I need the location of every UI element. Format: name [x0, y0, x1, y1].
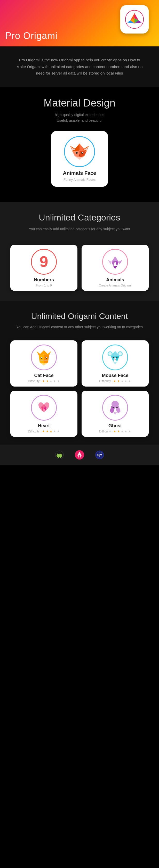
cat-difficulty-label: Difficulty : [28, 379, 41, 383]
unlimited-categories-desc: You can easily add unlimited categoris f… [5, 226, 154, 232]
svg-point-18 [77, 152, 77, 153]
numbers-card-subtitle: From 1 to 9 [15, 284, 73, 287]
ghost-star-4: ★ [125, 430, 127, 433]
svg-rect-67 [56, 455, 58, 456]
ghost-card: Ghost Difficulty : ★ ★ ★ ★ ★ [82, 391, 149, 437]
mouse-face-circle [102, 344, 128, 370]
ghost-circle [102, 395, 128, 421]
gdpr-icon: GDPR [95, 450, 104, 460]
ghost-title: Ghost [86, 423, 144, 429]
numbers-card: 9 Numbers From 1 to 9 [10, 245, 77, 291]
mouse-star-1: ★ [113, 379, 116, 383]
svg-point-71 [58, 455, 59, 455]
heart-title: Heart [15, 423, 73, 429]
heart-card: Heart Difficulty : ★ ★ ★ ★ ★ [10, 391, 77, 437]
bird-icon [124, 9, 145, 30]
mouse-star-3: ★ [121, 379, 124, 383]
cat-star-1: ★ [42, 379, 45, 383]
mouse-difficulty-label: Difficulty : [99, 379, 112, 383]
cat-star-3: ★ [50, 379, 52, 383]
app-logo [120, 5, 149, 33]
origami-footer-icon [74, 450, 85, 460]
mouse-face-icon [106, 348, 124, 366]
heart-star-3: ★ [50, 430, 52, 433]
unlimited-categories-section: Unlimited Categories You can easily add … [0, 202, 159, 245]
svg-point-83 [102, 454, 102, 454]
svg-rect-69 [58, 457, 59, 458]
app-title: Pro Origami [5, 30, 58, 41]
animals-circle [102, 249, 128, 275]
mouse-face-card: Mouse Face Difficulty : ★ ★ ★ ★ ★ [82, 340, 149, 386]
svg-marker-25 [108, 260, 111, 265]
svg-marker-29 [44, 354, 49, 364]
material-design-heading: Material Design [5, 97, 154, 109]
footer-android [55, 450, 64, 460]
svg-point-19 [82, 152, 83, 153]
svg-marker-45 [113, 362, 117, 365]
svg-marker-24 [113, 267, 117, 269]
svg-marker-28 [39, 354, 44, 364]
ghost-star-1: ★ [113, 430, 116, 433]
svg-marker-26 [119, 260, 122, 265]
svg-point-50 [113, 356, 114, 358]
svg-marker-21 [111, 256, 119, 262]
ghost-star-5: ★ [128, 430, 131, 433]
svg-marker-32 [47, 351, 51, 355]
animals-card: Animals Create Animals Origami [82, 245, 149, 291]
svg-rect-70 [60, 457, 61, 458]
svg-marker-9 [73, 151, 80, 158]
ghost-star-3: ★ [121, 430, 124, 433]
svg-point-75 [75, 450, 84, 460]
svg-point-64 [111, 401, 119, 407]
animals-face-subtitle: Funny Animals Faces [56, 177, 103, 183]
animals-card-title: Animals [86, 277, 144, 283]
cat-star-4: ★ [53, 379, 56, 383]
unlimited-categories-heading: Unlimited Categories [5, 213, 154, 222]
cat-face-icon [33, 347, 54, 368]
material-design-section: Material Design high-quality digital exp… [0, 87, 159, 203]
svg-point-85 [99, 456, 100, 457]
unlimited-origami-heading: Unlimited Origami Content [5, 311, 154, 321]
fox-icon [68, 140, 91, 163]
heart-star-1: ★ [42, 430, 45, 433]
svg-point-48 [108, 352, 112, 355]
android-icon [55, 450, 64, 460]
svg-marker-43 [111, 355, 115, 362]
heart-difficulty-label: Difficulty : [28, 430, 41, 433]
svg-marker-22 [115, 261, 119, 267]
svg-point-36 [46, 357, 47, 358]
svg-marker-31 [37, 351, 41, 355]
numbers-card-title: Numbers [15, 277, 73, 283]
svg-marker-59 [113, 412, 117, 415]
heart-icon [35, 399, 53, 417]
svg-point-88 [98, 452, 98, 453]
mouse-face-difficulty: Difficulty : ★ ★ ★ ★ ★ [86, 379, 144, 383]
ghost-icon [106, 399, 124, 417]
mouse-star-5: ★ [128, 379, 131, 383]
animal-origami-icon [106, 253, 124, 271]
cat-star-5: ★ [57, 379, 60, 383]
svg-point-51 [116, 356, 118, 358]
animals-face-card: Animals Face Funny Animals Faces [51, 131, 108, 187]
heart-star-2: ★ [46, 430, 49, 433]
number-9: 9 [39, 254, 48, 270]
footer-gdpr: GDPR [95, 450, 104, 460]
cat-face-circle [31, 344, 57, 370]
svg-point-35 [41, 357, 42, 358]
svg-marker-44 [115, 355, 120, 362]
heart-star-4: ★ [53, 430, 56, 433]
svg-rect-68 [61, 455, 62, 456]
svg-point-49 [118, 352, 122, 355]
description-text: Pro Origami is the new Origami app to he… [16, 57, 143, 76]
mouse-star-4: ★ [125, 379, 127, 383]
svg-marker-10 [80, 151, 86, 158]
ghost-star-2: ★ [117, 430, 120, 433]
animals-face-circle [64, 136, 95, 167]
unlimited-origami-desc: You can Add Origami content or any other… [5, 324, 154, 330]
svg-point-84 [101, 456, 101, 456]
animals-face-title: Animals Face [56, 170, 103, 176]
mouse-face-title: Mouse Face [86, 373, 144, 378]
svg-point-86 [98, 456, 98, 456]
material-design-sub1: high-quality digital experiences [5, 112, 154, 118]
svg-rect-66 [57, 454, 62, 457]
